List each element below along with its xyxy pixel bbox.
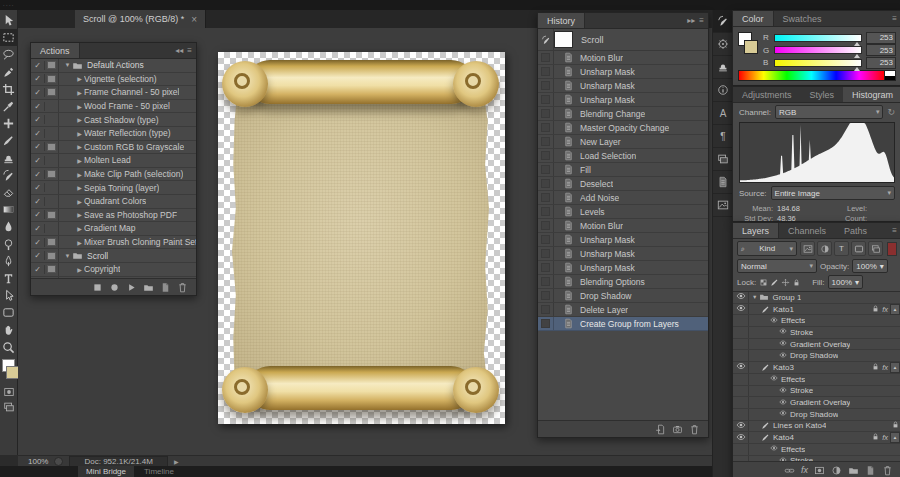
action-enabled-checkbox[interactable]: ✓	[31, 88, 45, 97]
eye-icon[interactable]	[779, 398, 787, 408]
rectangular-marquee-tool[interactable]	[0, 29, 18, 46]
history-brush-source-icon[interactable]	[541, 35, 551, 45]
add-mask-icon[interactable]	[814, 465, 825, 476]
action-enabled-checkbox[interactable]: ✓	[31, 238, 45, 247]
history-source-column[interactable]	[538, 177, 554, 190]
filter-adjustment-icon[interactable]	[817, 241, 832, 256]
history-state-row[interactable]: Drop Shadow	[538, 289, 708, 303]
eraser-tool[interactable]	[0, 184, 18, 201]
history-source-column[interactable]	[538, 135, 554, 148]
expand-arrow-icon[interactable]: ▶	[75, 130, 84, 137]
visibility-column[interactable]	[733, 374, 749, 385]
layer-row-layer[interactable]: Kato4fx▲	[733, 432, 900, 444]
eye-icon[interactable]	[779, 327, 787, 337]
history-source-column[interactable]	[538, 317, 554, 330]
r-value-field[interactable]: 253	[866, 32, 896, 44]
eye-icon[interactable]	[779, 351, 787, 361]
quick-selection-tool[interactable]	[0, 64, 18, 81]
expand-arrow-icon[interactable]: ▶	[75, 239, 84, 246]
eye-icon[interactable]	[736, 361, 746, 373]
background-color-swatch[interactable]	[744, 40, 758, 54]
shape-tool[interactable]	[0, 304, 18, 321]
source-dropdown[interactable]: Entire Image ▾	[771, 186, 895, 200]
filter-toggle[interactable]	[887, 242, 897, 256]
expand-arrow-icon[interactable]: ▶	[75, 198, 84, 205]
brush-tool[interactable]	[0, 132, 18, 149]
lock-all-icon[interactable]	[792, 278, 801, 287]
new-action-icon[interactable]	[160, 282, 171, 293]
histogram-tab-styles[interactable]: Styles	[801, 87, 844, 102]
path-selection-tool[interactable]	[0, 287, 18, 304]
history-brush-tool[interactable]	[0, 167, 18, 184]
action-dialog-toggle[interactable]	[45, 113, 59, 126]
action-enabled-checkbox[interactable]: ✓	[31, 210, 45, 219]
expand-arrow-icon[interactable]: ▶	[75, 143, 84, 150]
expand-arrow-icon[interactable]: ▶	[75, 171, 84, 178]
history-state-row[interactable]: Motion Blur	[538, 51, 708, 65]
new-doc-from-state-icon[interactable]	[655, 424, 666, 435]
layer-row-effect[interactable]: Gradient Overlay	[733, 397, 900, 409]
filter-type-icon[interactable]: T	[834, 241, 849, 256]
history-state-row[interactable]: Blending Change	[538, 107, 708, 121]
action-row[interactable]: ✓▶Quadrant Colors	[31, 195, 196, 209]
history-state-row[interactable]: Load Selection	[538, 149, 708, 163]
record-icon[interactable]	[109, 282, 120, 293]
zoom-tool[interactable]	[0, 339, 18, 356]
action-dialog-toggle[interactable]	[45, 73, 59, 86]
expand-arrow-icon[interactable]: ▶	[75, 157, 84, 164]
expand-arrow-icon[interactable]: ▼	[63, 253, 72, 259]
collapse-panel-icon[interactable]: ▸▸	[687, 16, 695, 25]
filter-smart-object-icon[interactable]	[868, 241, 883, 256]
history-source-column[interactable]	[538, 65, 554, 78]
b-value-field[interactable]: 253	[866, 57, 896, 69]
history-panel-tab[interactable]: History	[538, 13, 585, 28]
history-source-column[interactable]	[538, 247, 554, 260]
history-source-column[interactable]	[538, 303, 554, 316]
new-layer-icon[interactable]	[865, 465, 876, 476]
adjustment-layer-icon[interactable]	[831, 465, 842, 476]
visibility-column[interactable]	[733, 432, 749, 443]
action-row[interactable]: ✓▶Sepia Toning (layer)	[31, 181, 196, 195]
delete-icon[interactable]	[689, 424, 700, 435]
pen-tool[interactable]	[0, 253, 18, 270]
eyedropper-tool[interactable]	[0, 98, 18, 115]
bottom-tab-mini-bridge[interactable]: Mini Bridge	[78, 466, 134, 477]
history-state-row[interactable]: Unsharp Mask	[538, 247, 708, 261]
visibility-column[interactable]	[733, 421, 749, 432]
action-dialog-toggle[interactable]	[45, 236, 59, 249]
history-state-row[interactable]: Unsharp Mask	[538, 65, 708, 79]
history-state-row[interactable]: Motion Blur	[538, 219, 708, 233]
visibility-column[interactable]	[733, 327, 749, 338]
history-source-column[interactable]	[538, 107, 554, 120]
history-source-column[interactable]	[538, 219, 554, 232]
new-snapshot-icon[interactable]	[672, 424, 683, 435]
expand-arrow-icon[interactable]: ▼	[63, 62, 72, 68]
history-state-row[interactable]: Deselect	[538, 177, 708, 191]
document-canvas[interactable]	[218, 52, 505, 424]
action-dialog-toggle[interactable]	[45, 195, 59, 208]
lock-pixels-icon[interactable]	[770, 278, 779, 287]
action-enabled-checkbox[interactable]: ✓	[31, 183, 45, 192]
history-source-column[interactable]	[538, 275, 554, 288]
expand-arrow-icon[interactable]: ▶	[75, 103, 84, 110]
action-dialog-toggle[interactable]	[45, 86, 59, 99]
action-dialog-toggle[interactable]	[45, 263, 59, 276]
action-enabled-checkbox[interactable]: ✓	[31, 251, 45, 260]
action-enabled-checkbox[interactable]: ✓	[31, 265, 45, 274]
action-row[interactable]: ✓▶Water Reflection (type)	[31, 127, 196, 141]
action-row[interactable]: ✓▶Vignette (selection)	[31, 73, 196, 87]
layer-row-effect[interactable]: Stroke	[733, 386, 900, 398]
history-source-column[interactable]	[538, 205, 554, 218]
gradient-tool[interactable]	[0, 201, 18, 218]
action-enabled-checkbox[interactable]: ✓	[31, 197, 45, 206]
eye-icon[interactable]	[770, 316, 778, 326]
layer-style-icon[interactable]: fx	[801, 465, 808, 475]
action-enabled-checkbox[interactable]: ✓	[31, 74, 45, 83]
action-row[interactable]: ✓▶Mixer Brush Cloning Paint Setup	[31, 236, 196, 250]
black-swatch[interactable]	[885, 76, 895, 80]
layer-row-layer[interactable]: Kato3fx▲	[733, 362, 900, 374]
visibility-column[interactable]	[733, 339, 749, 350]
layer-row-effects[interactable]: Effects	[733, 315, 900, 327]
opacity-field[interactable]: 100% ▾	[852, 259, 887, 273]
action-enabled-checkbox[interactable]: ✓	[31, 129, 45, 138]
